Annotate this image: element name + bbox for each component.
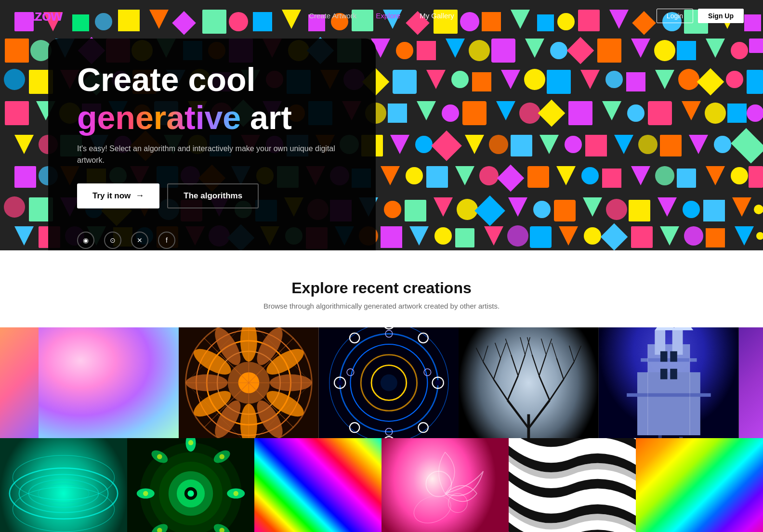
svg-point-51 (550, 42, 567, 59)
svg-point-58 (731, 42, 748, 59)
svg-point-80 (524, 69, 545, 90)
reddit-link[interactable]: ⊙ (104, 232, 121, 249)
svg-rect-140 (511, 135, 532, 156)
svg-rect-209 (703, 200, 725, 221)
try-now-label: Try it now (92, 191, 131, 201)
hero-section: Create cool generative art It's easy! Se… (0, 0, 763, 250)
svg-rect-237 (631, 226, 653, 248)
svg-point-114 (627, 104, 645, 122)
hero-title-line1: Create cool (77, 63, 347, 97)
hero-title-line2: generative art (77, 101, 347, 135)
svg-point-179 (731, 167, 748, 184)
navbar: zazow Create Artwork Explore My Gallery … (0, 0, 763, 31)
svg-rect-108 (462, 101, 487, 125)
svg-point-202 (533, 201, 551, 218)
gallery-item[interactable] (636, 438, 763, 532)
svg-point-232 (507, 225, 528, 247)
svg-point-55 (654, 40, 675, 61)
svg-point-148 (714, 136, 731, 153)
explore-title: Explore recent creations (0, 279, 763, 297)
gallery-item[interactable] (382, 438, 509, 532)
svg-rect-180 (749, 166, 763, 188)
svg-rect-335 (670, 369, 677, 379)
svg-point-229 (434, 227, 452, 245)
svg-rect-49 (491, 39, 515, 63)
explore-subtitle: Browse through algorithmically generated… (0, 302, 763, 310)
gallery-item[interactable] (0, 327, 39, 438)
svg-rect-56 (677, 41, 696, 60)
svg-rect-53 (597, 39, 621, 63)
nav-auth: Login Sign Up (657, 9, 744, 23)
algorithms-button[interactable]: The algorithms (167, 183, 259, 208)
instagram-link[interactable]: ◉ (77, 232, 94, 249)
try-now-button[interactable]: Try it now → (77, 183, 159, 208)
svg-rect-89 (747, 70, 763, 94)
signup-button[interactable]: Sign Up (698, 9, 744, 23)
svg-point-166 (406, 167, 423, 184)
gallery-item[interactable] (509, 438, 636, 532)
svg-point-77 (451, 71, 469, 88)
svg-rect-78 (472, 72, 491, 91)
svg-rect-342 (0, 438, 127, 532)
login-button[interactable]: Login (657, 9, 693, 23)
svg-rect-150 (14, 166, 36, 188)
brand-logo[interactable]: zazow (19, 7, 62, 25)
svg-point-173 (581, 167, 599, 184)
svg-point-117 (705, 103, 726, 124)
twitter-link[interactable]: ✕ (131, 232, 148, 249)
gallery-item[interactable] (179, 327, 319, 438)
arrow-icon: → (135, 191, 144, 201)
svg-point-208 (683, 201, 700, 218)
svg-rect-332 (660, 351, 668, 362)
nav-create-artwork[interactable]: Create Artwork (309, 12, 356, 20)
svg-point-45 (396, 42, 413, 59)
nav-explore[interactable]: Explore (376, 12, 400, 20)
svg-point-83 (605, 71, 623, 88)
svg-rect-230 (455, 228, 474, 247)
gallery-item[interactable] (319, 327, 459, 438)
hero-art-word: art (241, 99, 292, 136)
social-icons-group: ◉ ⊙ ✕ f (77, 232, 347, 249)
gallery-item[interactable] (254, 438, 382, 532)
gallery-item[interactable] (127, 438, 254, 532)
svg-point-356 (187, 490, 194, 496)
svg-point-372 (157, 454, 162, 459)
svg-rect-227 (381, 226, 402, 248)
svg-point-261 (270, 375, 312, 391)
svg-rect-326 (672, 330, 683, 355)
gallery-item[interactable] (599, 327, 739, 438)
svg-rect-112 (568, 101, 592, 125)
svg-rect-240 (706, 228, 725, 247)
svg-point-284 (337, 380, 342, 386)
facebook-icon: f (166, 236, 168, 244)
svg-point-367 (233, 491, 238, 496)
svg-rect-197 (405, 200, 426, 221)
svg-rect-167 (426, 166, 448, 188)
gallery-row-2 (0, 438, 763, 532)
svg-rect-334 (660, 369, 668, 379)
svg-point-371 (143, 491, 148, 496)
svg-point-169 (479, 166, 499, 185)
explore-section: Explore recent creations Browse through … (0, 250, 763, 532)
svg-point-280 (435, 380, 441, 386)
gallery-item[interactable] (39, 327, 179, 438)
logo-text-start: zazo (19, 7, 51, 24)
svg-rect-174 (602, 169, 621, 188)
svg-point-136 (415, 136, 433, 153)
gallery-item-partial[interactable] (739, 327, 763, 438)
svg-rect-46 (417, 41, 436, 60)
gallery-item[interactable] (459, 327, 599, 438)
hero-card: Create cool generative art It's easy! Se… (48, 39, 376, 250)
svg-rect-30 (5, 39, 29, 63)
svg-rect-329 (627, 393, 710, 397)
facebook-link[interactable]: f (158, 232, 175, 249)
nav-my-gallery[interactable]: My Gallery (420, 12, 454, 20)
svg-point-267 (185, 375, 227, 391)
reddit-icon: ⊙ (110, 236, 116, 244)
hero-subtitle: It's easy! Select an algorithm and inter… (77, 143, 347, 166)
svg-point-107 (442, 104, 459, 122)
svg-point-110 (519, 103, 540, 124)
svg-point-239 (684, 226, 703, 246)
gallery-item[interactable] (0, 438, 127, 532)
svg-rect-171 (527, 166, 549, 188)
